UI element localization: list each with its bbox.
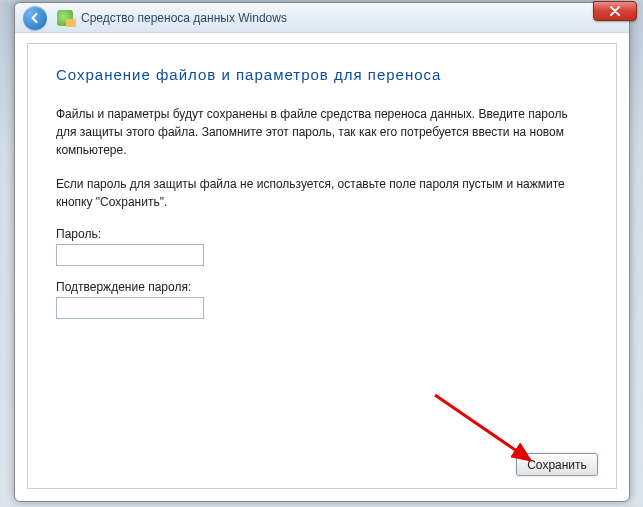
confirm-password-field-group: Подтверждение пароля: xyxy=(56,280,588,319)
back-button[interactable] xyxy=(23,6,47,30)
arrow-left-icon xyxy=(29,12,41,24)
wizard-footer: Сохранить xyxy=(516,453,598,476)
content-outer: Сохранение файлов и параметров для перен… xyxy=(15,33,629,501)
confirm-password-input[interactable] xyxy=(56,297,204,319)
wizard-page: Сохранение файлов и параметров для перен… xyxy=(27,43,617,489)
password-label: Пароль: xyxy=(56,227,588,241)
close-icon xyxy=(610,6,620,16)
save-button[interactable]: Сохранить xyxy=(516,453,598,476)
page-heading: Сохранение файлов и параметров для перен… xyxy=(56,66,588,83)
wizard-window: Средство переноса данных Windows Сохране… xyxy=(14,2,630,502)
window-title: Средство переноса данных Windows xyxy=(81,11,287,25)
password-input[interactable] xyxy=(56,244,204,266)
close-button[interactable] xyxy=(593,1,637,21)
instruction-paragraph-1: Файлы и параметры будут сохранены в файл… xyxy=(56,105,588,159)
password-field-group: Пароль: xyxy=(56,227,588,266)
titlebar: Средство переноса данных Windows xyxy=(15,3,629,33)
confirm-password-label: Подтверждение пароля: xyxy=(56,280,588,294)
app-icon xyxy=(57,10,73,26)
instruction-paragraph-2: Если пароль для защиты файла не использу… xyxy=(56,175,588,211)
